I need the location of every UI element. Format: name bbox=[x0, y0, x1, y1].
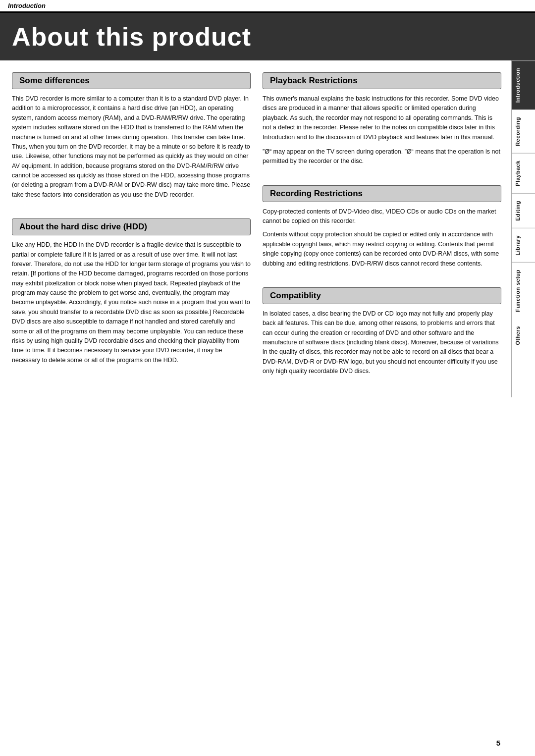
page-number: 5 bbox=[496, 739, 500, 747]
main-content: Some differences This DVD recorder is mo… bbox=[0, 60, 535, 397]
compatiblity-section: Compatiblity In isolated cases, a disc b… bbox=[263, 287, 501, 377]
some-differences-heading: Some differences bbox=[12, 72, 251, 89]
page-title: About this product bbox=[12, 22, 523, 52]
sidebar-tab-others[interactable]: Others bbox=[512, 319, 535, 352]
playback-restrictions-heading: Playback Restrictions bbox=[263, 72, 501, 89]
sidebar-tab-playback[interactable]: Playback bbox=[512, 153, 535, 193]
right-sidebar: Introduction Recording Playback Editing … bbox=[511, 60, 535, 397]
left-column: Some differences This DVD recorder is mo… bbox=[12, 72, 251, 385]
compatiblity-text: In isolated cases, a disc bearing the DV… bbox=[263, 309, 501, 377]
sidebar-tab-editing[interactable]: Editing bbox=[512, 193, 535, 228]
compatiblity-heading: Compatiblity bbox=[263, 287, 501, 304]
recording-restrictions-section: Recording Restrictions Copy-protected co… bbox=[263, 185, 501, 269]
content-area: Some differences This DVD recorder is mo… bbox=[0, 60, 511, 397]
top-bar: Introduction bbox=[0, 0, 535, 13]
some-differences-text: This DVD recorder is more similar to a c… bbox=[12, 94, 251, 200]
title-section: About this product bbox=[0, 13, 535, 60]
hard-disc-drive-text: Like any HDD, the HDD in the DVD recorde… bbox=[12, 240, 251, 365]
sidebar-tab-recording[interactable]: Recording bbox=[512, 109, 535, 153]
top-bar-label: Introduction bbox=[8, 2, 46, 9]
playback-restrictions-text-2: ”Ø“ may appear on the TV screen during o… bbox=[263, 147, 501, 166]
hard-disc-drive-section: About the hard disc drive (HDD) Like any… bbox=[12, 218, 251, 365]
sidebar-tab-function-setup[interactable]: Function setup bbox=[512, 262, 535, 319]
right-column: Playback Restrictions This owner's manua… bbox=[263, 72, 501, 385]
playback-restrictions-text-1: This owner's manual explains the basic i… bbox=[263, 94, 501, 142]
recording-restrictions-heading: Recording Restrictions bbox=[263, 185, 501, 202]
recording-restrictions-text-2: Contents without copy protection should … bbox=[263, 230, 501, 269]
playback-restrictions-section: Playback Restrictions This owner's manua… bbox=[263, 72, 501, 166]
two-col-layout: Some differences This DVD recorder is mo… bbox=[12, 72, 501, 385]
sidebar-tab-introduction[interactable]: Introduction bbox=[512, 60, 535, 109]
sidebar-tab-library[interactable]: Library bbox=[512, 228, 535, 263]
hard-disc-drive-heading: About the hard disc drive (HDD) bbox=[12, 218, 251, 235]
some-differences-section: Some differences This DVD recorder is mo… bbox=[12, 72, 251, 200]
recording-restrictions-text-1: Copy-protected contents of DVD-Video dis… bbox=[263, 207, 501, 226]
